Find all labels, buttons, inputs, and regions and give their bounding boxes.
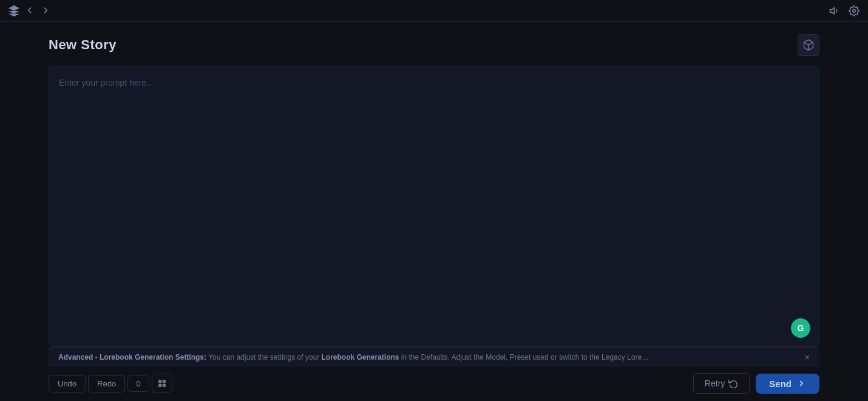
page-title-row: New Story — [49, 34, 819, 56]
volume-icon[interactable] — [828, 4, 841, 18]
send-icon — [796, 379, 806, 388]
retry-label: Retry — [705, 379, 725, 388]
svg-point-1 — [853, 9, 856, 12]
forward-arrow-icon[interactable] — [40, 5, 52, 17]
retry-button[interactable]: Retry — [693, 373, 750, 394]
page-title: New Story — [49, 37, 117, 53]
count-badge: 0 — [127, 375, 149, 392]
toolbar-right: Retry Send — [693, 373, 819, 394]
send-button[interactable]: Send — [756, 374, 819, 394]
undo-button[interactable]: Undo — [49, 375, 86, 392]
layout-icon-button[interactable] — [152, 374, 172, 393]
send-label: Send — [769, 379, 792, 389]
top-bar-right — [828, 4, 861, 18]
bottom-toolbar: Undo Redo 0 Retry Send — [49, 367, 819, 401]
svg-rect-5 — [158, 384, 161, 387]
logo-icon — [7, 4, 21, 18]
svg-marker-0 — [830, 7, 835, 14]
svg-rect-3 — [158, 380, 161, 383]
back-arrow-icon[interactable] — [24, 5, 36, 17]
top-bar — [0, 0, 868, 22]
grammarly-button[interactable]: G — [791, 318, 810, 338]
info-prefix: Advanced - Lorebook Generation Settings: — [58, 353, 206, 362]
info-highlight: Lorebook Generations — [322, 353, 399, 362]
info-bar: Advanced - Lorebook Generation Settings:… — [49, 347, 819, 367]
toolbar-left: Undo Redo 0 — [49, 374, 172, 393]
prompt-area: G — [49, 66, 819, 347]
info-close-button[interactable]: × — [805, 352, 810, 362]
info-text: Advanced - Lorebook Generation Settings:… — [58, 353, 798, 362]
svg-rect-6 — [163, 384, 166, 387]
svg-rect-4 — [163, 380, 166, 383]
main-content: New Story G Advanced - Lorebook Generati… — [0, 22, 868, 401]
settings-icon[interactable] — [847, 4, 861, 18]
top-bar-left — [7, 4, 52, 18]
prompt-input[interactable] — [49, 66, 819, 346]
redo-button[interactable]: Redo — [88, 375, 125, 392]
info-suffix: in the Defaults. Adjust the Model, Prese… — [399, 353, 649, 362]
cube-button[interactable] — [798, 34, 819, 56]
info-middle: You can adjust the settings of your — [206, 353, 321, 362]
retry-icon — [728, 379, 738, 388]
